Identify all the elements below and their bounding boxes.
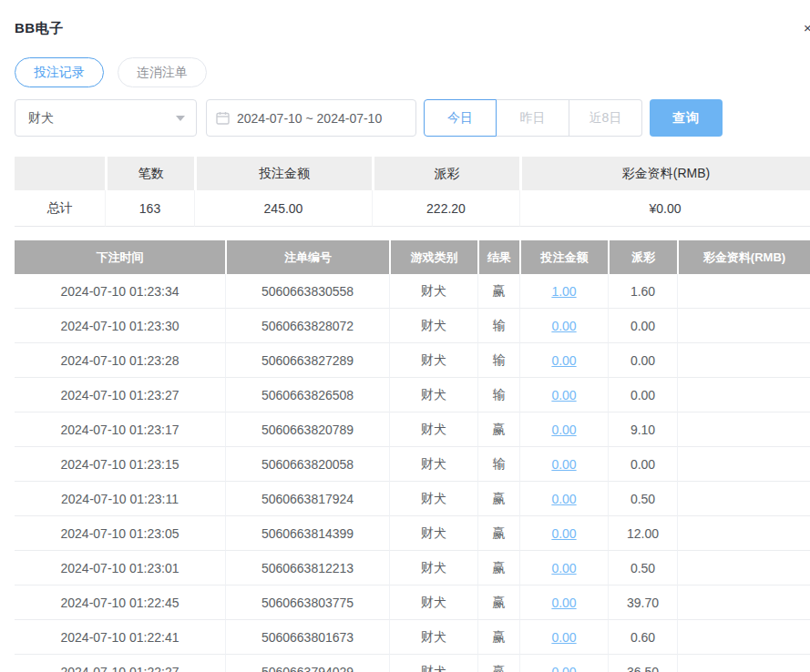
close-icon[interactable]: × xyxy=(804,22,810,35)
col-result: 结果 xyxy=(477,240,519,274)
summary-total-bet-amount: 245.00 xyxy=(194,190,372,227)
table-row: 2024-07-10 01:23:30 5060663828072 财犬 输 0… xyxy=(15,309,810,343)
calendar-icon xyxy=(216,111,230,125)
cell-bet-time: 2024-07-10 01:22:45 xyxy=(15,585,225,620)
cell-game-type: 财犬 xyxy=(389,309,477,343)
cell-bet-amount: 0.00 xyxy=(519,585,608,620)
cell-bonus xyxy=(677,551,810,585)
col-bonus: 彩金资料(RMB) xyxy=(677,240,810,274)
cell-order-number: 5060663827289 xyxy=(225,343,389,378)
cell-game-type: 财犬 xyxy=(389,343,477,378)
summary-total-count: 163 xyxy=(105,190,194,227)
cell-bonus xyxy=(677,274,810,309)
game-select[interactable]: 财犬 xyxy=(15,99,197,137)
cell-bonus xyxy=(677,343,810,378)
table-row: 2024-07-10 01:23:05 5060663814399 财犬 赢 0… xyxy=(15,516,810,551)
cell-bet-amount: 0.00 xyxy=(519,551,608,585)
cell-game-type: 财犬 xyxy=(389,551,477,585)
cell-bet-amount: 0.00 xyxy=(519,378,608,412)
cell-payout: 0.00 xyxy=(608,447,677,482)
cell-result: 赢 xyxy=(477,516,519,551)
bet-table-body: 2024-07-10 01:23:34 5060663830558 财犬 赢 1… xyxy=(15,274,810,672)
chevron-down-icon xyxy=(176,116,185,121)
cell-bonus xyxy=(677,447,810,482)
bet-amount-link[interactable]: 1.00 xyxy=(551,284,576,299)
cell-result: 输 xyxy=(477,447,519,482)
bet-amount-link[interactable]: 0.00 xyxy=(551,561,576,575)
summary-col-count: 笔数 xyxy=(105,157,194,190)
summary-col-payout: 派彩 xyxy=(372,157,519,190)
bet-amount-link[interactable]: 0.00 xyxy=(551,596,576,610)
cell-bet-amount: 0.00 xyxy=(519,516,608,551)
title-row: BB电子 × xyxy=(0,0,810,42)
bet-amount-link[interactable]: 0.00 xyxy=(551,353,576,368)
cell-order-number: 5060663803775 xyxy=(225,585,389,620)
cell-bonus xyxy=(677,620,810,655)
bet-amount-link[interactable]: 0.00 xyxy=(551,423,576,437)
cell-game-type: 财犬 xyxy=(389,412,477,447)
cell-payout: 0.00 xyxy=(608,343,677,378)
cell-order-number: 5060663817924 xyxy=(225,482,389,516)
table-row: 2024-07-10 01:22:41 5060663801673 财犬 赢 0… xyxy=(15,620,810,655)
cell-payout: 9.10 xyxy=(608,412,677,447)
cell-order-number: 5060663814399 xyxy=(225,516,389,551)
cell-order-number: 5060663828072 xyxy=(225,309,389,343)
cell-bonus xyxy=(677,378,810,412)
cell-payout: 39.70 xyxy=(608,585,677,620)
summary-total-row: 总计 163 245.00 222.20 ¥0.00 xyxy=(15,190,810,227)
bet-amount-link[interactable]: 0.00 xyxy=(551,319,576,333)
cell-bet-time: 2024-07-10 01:23:34 xyxy=(15,274,225,309)
cell-result: 输 xyxy=(477,378,519,412)
cell-game-type: 财犬 xyxy=(389,655,477,672)
cell-game-type: 财犬 xyxy=(389,620,477,655)
date-range-picker[interactable]: 2024-07-10 ~ 2024-07-10 xyxy=(206,99,416,137)
tab-cancelled-orders[interactable]: 连消注单 xyxy=(118,57,207,87)
cell-bonus xyxy=(677,585,810,620)
table-row: 2024-07-10 01:22:45 5060663803775 财犬 赢 0… xyxy=(15,585,810,620)
today-button[interactable]: 今日 xyxy=(424,99,497,137)
bet-amount-link[interactable]: 0.00 xyxy=(551,630,576,645)
bet-amount-link[interactable]: 0.00 xyxy=(551,457,576,472)
query-button[interactable]: 查询 xyxy=(650,99,723,137)
cell-bet-amount: 0.00 xyxy=(519,482,608,516)
bet-amount-link[interactable]: 0.00 xyxy=(551,388,576,402)
filter-row: 财犬 2024-07-10 ~ 2024-07-10 今日 昨日 近8日 查询 xyxy=(15,99,810,137)
cell-bet-amount: 1.00 xyxy=(519,274,608,309)
cell-payout: 12.00 xyxy=(608,516,677,551)
cell-bonus xyxy=(677,412,810,447)
page-title: BB电子 xyxy=(15,20,810,37)
summary-total-bonus: ¥0.00 xyxy=(519,190,810,227)
table-row: 2024-07-10 01:23:17 5060663820789 财犬 赢 0… xyxy=(15,412,810,447)
yesterday-button[interactable]: 昨日 xyxy=(497,99,569,137)
cell-result: 输 xyxy=(477,343,519,378)
summary-table: 笔数 投注金额 派彩 彩金资料(RMB) 总计 163 245.00 222.2… xyxy=(15,157,810,227)
cell-result: 赢 xyxy=(477,274,519,309)
table-row: 2024-07-10 01:23:34 5060663830558 财犬 赢 1… xyxy=(15,274,810,309)
table-row: 2024-07-10 01:22:27 5060663794029 财犬 赢 0… xyxy=(15,655,810,672)
cell-bet-time: 2024-07-10 01:23:05 xyxy=(15,516,225,551)
cell-bonus xyxy=(677,309,810,343)
cell-bet-amount: 0.00 xyxy=(519,343,608,378)
cell-bonus xyxy=(677,655,810,672)
cell-game-type: 财犬 xyxy=(389,378,477,412)
bet-amount-link[interactable]: 0.00 xyxy=(551,665,576,672)
summary-header-row: 笔数 投注金额 派彩 彩金资料(RMB) xyxy=(15,157,810,190)
game-select-value: 财犬 xyxy=(28,110,54,127)
cell-bet-time: 2024-07-10 01:23:01 xyxy=(15,551,225,585)
cell-order-number: 5060663794029 xyxy=(225,655,389,672)
last-8-days-button[interactable]: 近8日 xyxy=(569,99,642,137)
cell-bet-time: 2024-07-10 01:23:28 xyxy=(15,343,225,378)
cell-game-type: 财犬 xyxy=(389,447,477,482)
cell-result: 赢 xyxy=(477,412,519,447)
cell-result: 输 xyxy=(477,309,519,343)
cell-result: 赢 xyxy=(477,655,519,672)
cell-payout: 36.50 xyxy=(608,655,677,672)
tab-bet-records[interactable]: 投注记录 xyxy=(15,57,104,87)
cell-result: 赢 xyxy=(477,620,519,655)
bet-amount-link[interactable]: 0.00 xyxy=(551,526,576,541)
cell-bonus xyxy=(677,482,810,516)
summary-col-bonus: 彩金资料(RMB) xyxy=(519,157,810,190)
bet-amount-link[interactable]: 0.00 xyxy=(551,492,576,506)
cell-order-number: 5060663820058 xyxy=(225,447,389,482)
table-row: 2024-07-10 01:23:11 5060663817924 财犬 赢 0… xyxy=(15,482,810,516)
